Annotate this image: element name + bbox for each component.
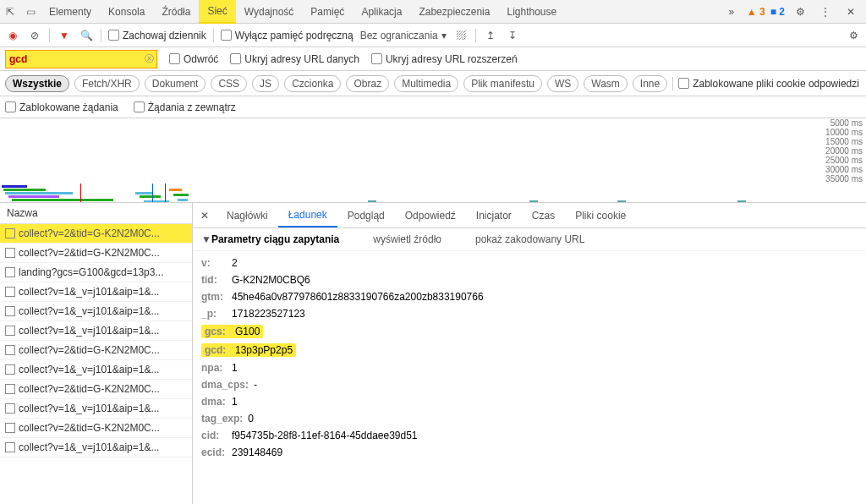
search-icon[interactable]: 🔍 xyxy=(79,30,94,41)
param-row: tag_exp:0 xyxy=(201,410,858,427)
download-icon[interactable]: ↧ xyxy=(505,30,520,41)
blocked-cookies-checkbox[interactable]: Zablokowane pliki cookie odpowiedzi xyxy=(678,78,859,90)
detail-tab[interactable]: Inicjator xyxy=(466,203,522,227)
record-icon[interactable]: ◉ xyxy=(5,30,20,41)
param-value: 1 xyxy=(232,362,238,374)
param-value: 239148469 xyxy=(232,446,282,458)
timeline-overview[interactable]: 5000 ms10000 ms15000 ms20000 ms25000 ms3… xyxy=(0,118,866,203)
detail-tab[interactable]: Czas xyxy=(522,203,565,227)
type-pill[interactable]: CSS xyxy=(211,75,247,92)
hide-ext-urls-checkbox[interactable]: Ukryj adresy URL rozszerzeń xyxy=(371,53,518,65)
request-row[interactable]: collect?v=2&tid=G-K2N2M0C... xyxy=(0,341,192,360)
type-pill[interactable]: Multimedia xyxy=(394,75,458,92)
detail-tab[interactable]: Pliki cookie xyxy=(565,203,636,227)
preserve-log-checkbox[interactable]: Zachowaj dziennik xyxy=(108,30,206,41)
param-value: - xyxy=(254,379,257,391)
request-row[interactable]: collect?v=2&tid=G-K2N2M0C... xyxy=(0,380,192,399)
param-value: 13p3pPp2p5 xyxy=(235,344,293,356)
disable-cache-checkbox[interactable]: Wyłącz pamięć podręczną xyxy=(221,30,354,41)
detail-tabs: ✕ NagłówkiŁadunekPodglądOdpowiedźInicjat… xyxy=(193,203,866,228)
file-icon xyxy=(5,267,15,277)
request-row[interactable]: collect?v=1&_v=j101&aip=1&... xyxy=(0,282,192,302)
info-badge[interactable]: ■ 2 xyxy=(770,6,785,18)
wifi-icon[interactable]: ⛆ xyxy=(453,30,469,41)
collapse-icon[interactable]: ▼ xyxy=(201,233,211,245)
kebab-menu-icon[interactable]: ⋮ xyxy=(815,6,836,18)
type-pill[interactable]: Fetch/XHR xyxy=(74,75,140,92)
hide-data-urls-checkbox[interactable]: Ukryj adresy URL danych xyxy=(230,53,359,65)
warnings-badge[interactable]: ▲ 3 xyxy=(747,6,765,18)
detail-tab[interactable]: Ładunek xyxy=(278,203,337,227)
request-row[interactable]: collect?v=1&_v=j101&aip=1&... xyxy=(0,321,192,341)
request-row[interactable]: collect?v=2&tid=G-K2N2M0C... xyxy=(0,244,192,263)
request-name: collect?v=1&_v=j101&aip=1&... xyxy=(19,286,159,298)
device-toggle-icon[interactable]: ▭ xyxy=(20,6,41,18)
param-row: gcd:13p3pPp2p5 xyxy=(201,343,296,357)
type-pill[interactable]: Dokument xyxy=(145,75,206,92)
network-settings-icon[interactable]: ⚙ xyxy=(846,30,861,41)
request-name: collect?v=1&_v=j101&aip=1&... xyxy=(19,403,159,414)
close-icon[interactable]: ✕ xyxy=(841,6,861,18)
request-row[interactable]: collect?v=2&tid=G-K2N2M0C... xyxy=(0,419,192,438)
param-value: 1 xyxy=(232,396,238,408)
timeline-tick: 35000 ms xyxy=(0,174,866,184)
request-list[interactable]: collect?v=2&tid=G-K2N2M0C...collect?v=2&… xyxy=(0,224,192,504)
query-params-list: v:2tid:G-K2N2M0CBQ6gtm:45he46a0v87797860… xyxy=(193,251,866,504)
type-pill[interactable]: WS xyxy=(547,75,578,92)
third-party-checkbox[interactable]: Żądania z zewnątrz xyxy=(134,101,236,113)
timeline-tick: 15000 ms xyxy=(0,137,866,146)
type-pill[interactable]: JS xyxy=(252,75,279,92)
tab-źródła[interactable]: Źródła xyxy=(153,1,199,23)
blocked-requests-checkbox[interactable]: Zablokowane żądania xyxy=(5,101,118,113)
clear-icon[interactable]: ⊘ xyxy=(27,30,42,41)
view-encoded-link[interactable]: pokaż zakodowany URL xyxy=(475,233,584,245)
tab-lighthouse[interactable]: Lighthouse xyxy=(498,1,565,23)
param-value: G-K2N2M0CBQ6 xyxy=(232,274,310,286)
more-tabs-icon[interactable]: » xyxy=(721,6,742,18)
type-pill[interactable]: Wszystkie xyxy=(5,75,69,92)
param-key: v: xyxy=(201,257,227,269)
type-pill[interactable]: Czcionka xyxy=(284,75,341,92)
type-pill[interactable]: Obraz xyxy=(346,75,389,92)
type-pill[interactable]: Plik manifestu xyxy=(463,75,542,92)
tab-pamięć[interactable]: Pamięć xyxy=(302,1,353,23)
name-column-header[interactable]: Nazwa xyxy=(0,203,192,224)
tab-zabezpieczenia[interactable]: Zabezpieczenia xyxy=(410,1,498,23)
param-key: tag_exp: xyxy=(201,413,243,425)
clear-filter-icon[interactable]: ⓧ xyxy=(145,52,154,65)
request-detail-panel: ✕ NagłówkiŁadunekPodglądOdpowiedźInicjat… xyxy=(193,203,866,504)
tab-konsola[interactable]: Konsola xyxy=(100,1,153,23)
tab-sieć[interactable]: Sieć xyxy=(199,0,235,24)
view-source-link[interactable]: wyświetl źródło xyxy=(373,233,441,245)
waterfall-overview xyxy=(0,184,866,203)
type-pill[interactable]: Inne xyxy=(633,75,667,92)
inspect-element-icon[interactable]: ⇱ xyxy=(0,6,20,18)
detail-tab[interactable]: Odpowiedź xyxy=(395,203,466,227)
detail-tab[interactable]: Nagłówki xyxy=(216,203,278,227)
tab-elementy[interactable]: Elementy xyxy=(41,1,100,23)
close-detail-icon[interactable]: ✕ xyxy=(193,210,216,222)
filter-input[interactable] xyxy=(5,50,157,68)
detail-tab[interactable]: Podgląd xyxy=(337,203,395,227)
param-value: 1718223527123 xyxy=(232,308,305,320)
settings-icon[interactable]: ⚙ xyxy=(790,6,810,18)
devtools-tabbar: ⇱ ▭ ElementyKonsolaŹródłaSiećWydajnośćPa… xyxy=(0,0,866,24)
file-icon xyxy=(5,248,15,258)
file-icon xyxy=(5,228,15,238)
type-pill[interactable]: Wasm xyxy=(584,75,628,92)
tab-aplikacja[interactable]: Aplikacja xyxy=(353,1,410,23)
request-name: collect?v=2&tid=G-K2N2M0C... xyxy=(19,227,160,239)
request-row[interactable]: landing?gcs=G100&gcd=13p3... xyxy=(0,263,192,282)
request-row[interactable]: collect?v=1&_v=j101&aip=1&... xyxy=(0,360,192,380)
filter-icon[interactable]: ▼ xyxy=(57,30,72,41)
request-list-panel: Nazwa collect?v=2&tid=G-K2N2M0C...collec… xyxy=(0,203,193,504)
tab-wydajność[interactable]: Wydajność xyxy=(236,1,303,23)
request-row[interactable]: collect?v=1&_v=j101&aip=1&... xyxy=(0,438,192,457)
throttling-select[interactable]: Bez ograniczania▾ xyxy=(360,30,447,41)
file-icon xyxy=(5,326,15,336)
request-row[interactable]: collect?v=2&tid=G-K2N2M0C... xyxy=(0,224,192,244)
request-row[interactable]: collect?v=1&_v=j101&aip=1&... xyxy=(0,302,192,321)
invert-checkbox[interactable]: Odwróć xyxy=(169,53,218,65)
upload-icon[interactable]: ↥ xyxy=(483,30,498,41)
request-row[interactable]: collect?v=1&_v=j101&aip=1&... xyxy=(0,399,192,419)
